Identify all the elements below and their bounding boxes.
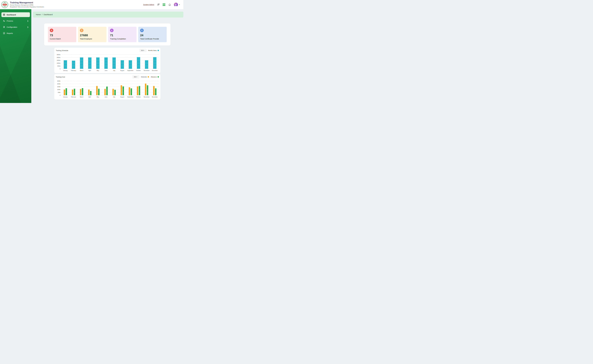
- bar-monthly-salary: [121, 60, 124, 69]
- stat-card-total-certificate: 24 Total Certificate Provide: [138, 27, 167, 42]
- bar-deduction: [153, 86, 154, 95]
- y-tick-label: 1500k: [57, 86, 60, 87]
- system-admin-link[interactable]: System Admin: [143, 4, 154, 6]
- sidebar-item-label: Reports: [7, 32, 13, 34]
- app-window: BTRC Training Management Human Resource …: [0, 0, 183, 103]
- user-avatar[interactable]: [174, 3, 178, 7]
- top-header: BTRC Training Management Human Resource …: [0, 0, 183, 9]
- x-tick-label: August: [118, 70, 127, 72]
- stats-summary: 73 Current Batch 27688 Total Employee: [44, 23, 171, 46]
- x-tick-label: January: [61, 96, 69, 98]
- y-tick-label: 2000m: [57, 57, 60, 58]
- bar-group: [143, 81, 151, 95]
- bar-group: [102, 81, 110, 95]
- bar-allawance: [114, 90, 116, 95]
- bar-group: [86, 55, 94, 69]
- switch-user-icon[interactable]: [157, 3, 160, 6]
- chevron-down-icon: ▾: [137, 76, 138, 78]
- bar-allawance: [122, 86, 124, 95]
- y-tick-label: 3000m: [57, 54, 60, 55]
- breadcrumb-home[interactable]: Home: [36, 13, 41, 16]
- bar-monthly-salary: [129, 60, 132, 69]
- sidebar-item-reports[interactable]: Reports: [1, 31, 30, 36]
- app-title: Training Management: [10, 1, 44, 4]
- y-tick-label: 0: [60, 68, 60, 70]
- stat-label: Current Batch: [50, 38, 74, 40]
- year-dropdown[interactable]: 2024 ▾: [140, 49, 146, 52]
- y-tick-label: 1500m: [57, 60, 60, 61]
- x-axis: JanuaryFebruaryMarchAprilMayJuneJulyAugu…: [61, 70, 159, 72]
- stat-value: 73: [50, 34, 74, 37]
- year-dropdown[interactable]: 2024 ▾: [133, 76, 139, 78]
- x-tick-label: November: [143, 70, 151, 72]
- y-tick-label: 3000k: [57, 80, 60, 82]
- app-subtitle-2: Bangladesh Telecommunication Regulatory …: [10, 6, 44, 8]
- gridline: [61, 81, 159, 81]
- plot-area: [61, 55, 159, 69]
- bar-deduction: [129, 87, 130, 95]
- stat-value: 27688: [80, 34, 105, 37]
- y-tick-label: 500m: [57, 65, 60, 67]
- x-tick-label: September: [126, 70, 134, 72]
- bar-group: [94, 55, 102, 69]
- sidebar-item-label: Process: [7, 20, 13, 22]
- profile-chevron-down-icon[interactable]: ▾: [179, 4, 180, 6]
- stat-card-training-completion: 71 Training Completion: [108, 27, 137, 42]
- bar-monthly-salary: [72, 61, 75, 69]
- y-tick-label: 2000k: [57, 83, 60, 84]
- bar-allawance: [147, 85, 148, 95]
- reports-icon: [3, 32, 5, 34]
- breadcrumb: Home / Dashboard: [33, 12, 183, 18]
- bar-allawance: [106, 86, 108, 95]
- x-tick-label: July: [110, 70, 118, 72]
- bar-monthly-salary: [145, 60, 148, 69]
- x-tick-label: June: [102, 70, 110, 72]
- bars-container: [61, 81, 159, 95]
- x-tick-label: May: [94, 96, 102, 98]
- sidebar-nav: Dashboard Process ❯: [0, 9, 31, 103]
- bar-group: [110, 55, 118, 69]
- bar-monthly-salary: [104, 58, 108, 69]
- x-tick-label: February: [69, 70, 78, 72]
- bar-group: [69, 81, 78, 95]
- chevron-right-icon: ❯: [27, 20, 28, 22]
- person-icon: [110, 29, 113, 32]
- process-icon: [3, 20, 5, 22]
- bar-monthly-salary: [113, 58, 116, 69]
- notifications-bell-icon[interactable]: [168, 3, 171, 6]
- x-tick-label: September: [126, 96, 134, 98]
- legend-label: Monthly Salary: [148, 50, 157, 51]
- sidebar-item-label: Configuration: [7, 26, 17, 28]
- training-cost-chart: Training Cost 2024 ▾ DeductionAllawance …: [54, 74, 160, 99]
- chart-header: Training Cost 2024 ▾ DeductionAllawance: [56, 76, 159, 78]
- bar-deduction: [121, 85, 122, 95]
- sidebar-item-label: Dashboard: [7, 14, 16, 16]
- x-tick-label: January: [61, 70, 69, 72]
- sidebar-item-process[interactable]: Process ❯: [1, 19, 30, 23]
- bar-group: [126, 81, 134, 95]
- chart-body: 0500k1000k1500k2000k3000k: [56, 81, 159, 95]
- bar-monthly-salary: [64, 60, 67, 69]
- bar-allawance: [98, 89, 100, 95]
- apps-grid-icon[interactable]: [162, 3, 166, 6]
- header-actions: System Admin: [143, 3, 180, 7]
- legend-swatch: [158, 76, 159, 78]
- bar-group: [143, 55, 151, 69]
- gridline: [61, 60, 159, 60]
- configuration-icon: [3, 26, 5, 28]
- bar-monthly-salary: [96, 58, 100, 69]
- sidebar-item-configuration[interactable]: Configuration ❯: [1, 25, 30, 29]
- bar-deduction: [80, 89, 81, 95]
- stat-value: 71: [110, 34, 135, 37]
- y-tick-label: 0: [60, 95, 60, 96]
- bar-group: [61, 81, 69, 95]
- legend-label: Allawance: [151, 76, 157, 78]
- bar-group: [110, 81, 118, 95]
- bars-container: [61, 55, 159, 69]
- bar-deduction: [104, 89, 106, 95]
- bar-deduction: [72, 90, 73, 95]
- sidebar-item-dashboard[interactable]: Dashboard: [1, 12, 30, 17]
- bar-group: [134, 81, 143, 95]
- year-dropdown-value: 2024: [141, 50, 144, 51]
- y-tick-label: 1000k: [57, 89, 60, 90]
